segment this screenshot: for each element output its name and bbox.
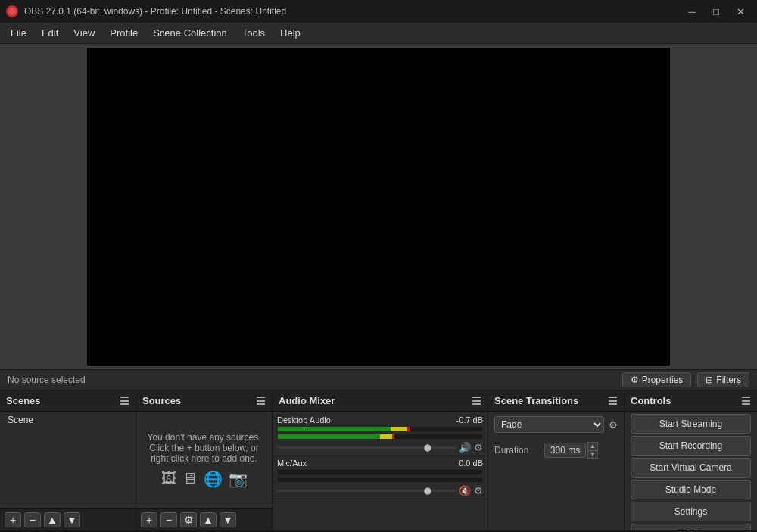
filters-button[interactable]: ⊟ Filters (697, 372, 749, 387)
sources-panel-header: Sources ☰ (136, 390, 272, 412)
gear-icon: ⚙ (631, 375, 639, 385)
mic-aux-name: Mic/Aux (277, 459, 451, 468)
no-source-text: No source selected (8, 375, 86, 385)
transitions-panel-menu-icon[interactable]: ☰ (608, 395, 618, 407)
scenes-add-button[interactable]: + (5, 512, 21, 527)
mic-aux-mute-icon[interactable]: 🔇 (459, 485, 471, 496)
audio-mixer-title: Audio Mixer (279, 395, 335, 406)
transitions-panel-header: Scene Transitions ☰ (488, 390, 624, 412)
properties-label: Properties (642, 375, 684, 385)
transition-duration-input[interactable] (544, 443, 586, 458)
sources-settings-button[interactable]: ⚙ (180, 512, 197, 527)
scenes-panel: Scenes ☰ Scene + − ▲ ▼ (0, 390, 136, 530)
sources-panel-footer: + − ⚙ ▲ ▼ (136, 508, 272, 530)
scenes-panel-header: Scenes ☰ (0, 390, 136, 412)
menu-help[interactable]: Help (273, 24, 308, 42)
desktop-audio-volume-icon[interactable]: 🔊 (459, 442, 471, 453)
sources-empty-message: You don't have any sources. Click the + … (136, 412, 272, 508)
transition-duration-row: Duration ▲ ▼ (488, 437, 624, 463)
title-bar-left: OBS 27.0.1 (64-bit, windows) - Profile: … (6, 5, 286, 17)
desktop-audio-channel: Desktop Audio -0.7 dB (273, 413, 488, 456)
desktop-audio-db: -0.7 dB (454, 415, 483, 425)
audio-mixer-panel: Audio Mixer ☰ Desktop Audio -0.7 dB (273, 390, 488, 530)
mic-aux-meter-top (277, 469, 483, 475)
desktop-audio-meter-bottom (277, 434, 483, 440)
transition-duration-down[interactable]: ▼ (587, 450, 598, 459)
preview-area (0, 44, 757, 369)
image-icon: 🖼 (161, 470, 176, 488)
transition-type-row: Fade Cut Stinger Slide Luma Wipe ⚙ (488, 412, 624, 437)
mic-aux-meter-row (273, 468, 488, 484)
transition-duration-label: Duration (494, 445, 540, 456)
transition-settings-icon[interactable]: ⚙ (609, 419, 618, 431)
scene-transitions-panel: Scene Transitions ☰ Fade Cut Stinger Sli… (488, 390, 625, 530)
sources-remove-button[interactable]: − (160, 512, 177, 527)
sources-down-button[interactable]: ▼ (220, 512, 236, 527)
desktop-audio-settings-icon[interactable]: ⚙ (474, 442, 483, 453)
filters-label: Filters (716, 375, 741, 385)
studio-mode-button[interactable]: Studio Mode (631, 480, 751, 499)
sources-up-button[interactable]: ▲ (200, 512, 217, 527)
desktop-audio-meter-top (277, 426, 483, 432)
controls-panel-menu-icon[interactable]: ☰ (741, 395, 751, 407)
transition-duration-spinbox: ▲ ▼ (544, 442, 598, 459)
mic-aux-fader-row: 🔇 ⚙ (273, 484, 488, 499)
scene-item[interactable]: Scene (0, 412, 136, 428)
sources-icons: 🖼 🖥 🌐 📷 (161, 470, 248, 488)
start-virtual-camera-button[interactable]: Start Virtual Camera (631, 458, 751, 478)
transition-type-select[interactable]: Fade Cut Stinger Slide Luma Wipe (494, 416, 604, 433)
scenes-down-button[interactable]: ▼ (64, 512, 80, 527)
menu-view[interactable]: View (66, 24, 102, 42)
close-button[interactable]: ✕ (730, 4, 751, 19)
scenes-up-button[interactable]: ▲ (44, 512, 61, 527)
source-status-buttons: ⚙ Properties ⊟ Filters (622, 372, 749, 387)
title-bar: OBS 27.0.1 (64-bit, windows) - Profile: … (0, 0, 757, 23)
exit-button[interactable]: Exit (631, 524, 751, 530)
camera-icon: 📷 (229, 470, 248, 488)
mic-aux-settings-icon[interactable]: ⚙ (474, 485, 483, 496)
controls-panel-content: Start Streaming Start Recording Start Vi… (625, 412, 757, 530)
sources-panel: Sources ☰ You don't have any sources. Cl… (136, 390, 273, 530)
title-bar-controls: ─ □ ✕ (681, 4, 751, 19)
desktop-audio-meter-row (273, 425, 488, 441)
mic-aux-meter-bottom (277, 477, 483, 483)
transitions-panel-title: Scene Transitions (494, 395, 578, 406)
transition-duration-arrows[interactable]: ▲ ▼ (587, 442, 598, 459)
properties-button[interactable]: ⚙ Properties (622, 372, 692, 387)
scenes-remove-button[interactable]: − (24, 512, 41, 527)
sources-panel-menu-icon[interactable]: ☰ (256, 395, 266, 407)
controls-panel: Controls ☰ Start Streaming Start Recordi… (625, 390, 757, 530)
controls-panel-header: Controls ☰ (625, 390, 757, 412)
menu-profile[interactable]: Profile (102, 24, 145, 42)
menu-tools[interactable]: Tools (235, 24, 273, 42)
minimize-button[interactable]: ─ (681, 4, 702, 19)
controls-panel-title: Controls (631, 395, 671, 406)
start-recording-button[interactable]: Start Recording (631, 436, 751, 456)
source-status-bar: No source selected ⚙ Properties ⊟ Filter… (0, 369, 757, 390)
scenes-panel-content: Scene (0, 412, 136, 508)
sources-add-button[interactable]: + (141, 512, 157, 527)
start-streaming-button[interactable]: Start Streaming (631, 414, 751, 434)
sources-empty-text: You don't have any sources. Click the + … (144, 432, 264, 464)
mic-aux-top-row: Mic/Aux 0.0 dB (273, 456, 488, 468)
sources-panel-title: Sources (142, 395, 181, 406)
maximize-button[interactable]: □ (706, 4, 727, 19)
scenes-panel-footer: + − ▲ ▼ (0, 508, 136, 530)
transition-duration-up[interactable]: ▲ (587, 442, 598, 450)
audio-mixer-header: Audio Mixer ☰ (273, 390, 488, 412)
menu-bar: File Edit View Profile Scene Collection … (0, 23, 757, 44)
audio-mixer-content: Desktop Audio -0.7 dB (273, 412, 488, 530)
settings-button[interactable]: Settings (631, 502, 751, 521)
desktop-audio-name: Desktop Audio (277, 415, 451, 425)
audio-mixer-menu-icon[interactable]: ☰ (472, 395, 481, 407)
scenes-panel-title: Scenes (6, 395, 41, 406)
monitor-icon: 🖥 (182, 470, 198, 488)
desktop-audio-fader[interactable] (277, 446, 456, 449)
menu-file[interactable]: File (3, 24, 34, 42)
globe-icon: 🌐 (204, 470, 223, 488)
scenes-panel-menu-icon[interactable]: ☰ (120, 395, 129, 407)
menu-edit[interactable]: Edit (34, 24, 66, 42)
sources-panel-content[interactable]: You don't have any sources. Click the + … (136, 412, 272, 508)
menu-scene-collection[interactable]: Scene Collection (145, 24, 235, 42)
mic-aux-fader[interactable] (277, 490, 456, 492)
